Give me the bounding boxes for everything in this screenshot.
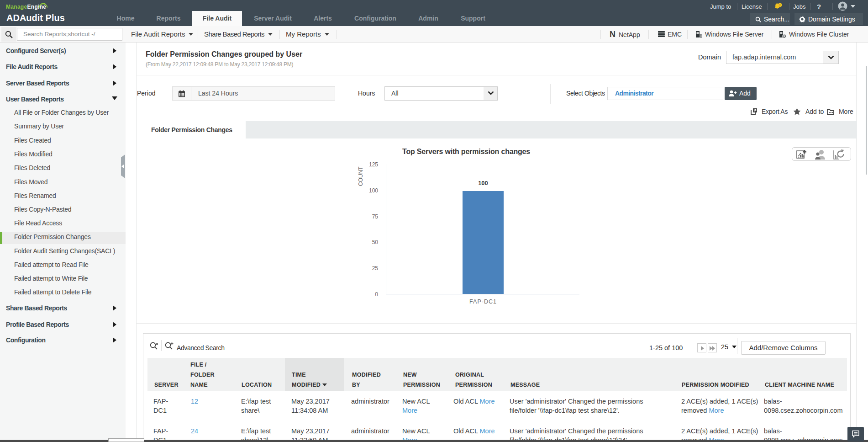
svg-text:!: !: [779, 3, 781, 7]
